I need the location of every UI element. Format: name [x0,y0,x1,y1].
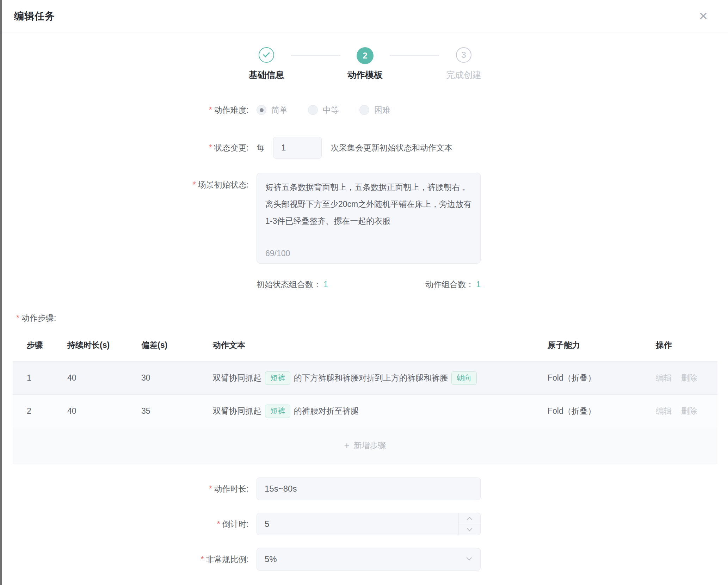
radio-medium-label: 中等 [323,105,339,116]
cell-step: 2 [27,406,67,416]
radio-easy-label: 简单 [271,105,288,116]
initial-combo-value: 1 [323,280,328,289]
countdown-input[interactable]: 5 [257,513,481,535]
state-change-prefix: 每 [257,142,265,153]
action-steps-section-label: * 动作步骤: [16,313,728,324]
initial-state-textarea[interactable]: 短裤五条数据背面朝上，五条数据正面朝上，裤腰朝右，离头部视野下方至少20cm之外… [257,173,481,264]
plus-icon: + [344,440,349,451]
radio-hard-circle [359,105,369,115]
add-step-label: 新增步骤 [354,440,386,451]
action-duration-label: *动作时长: [2,483,249,494]
initial-state-label: *场景初始状态: [2,179,249,190]
delete-button[interactable]: 删除 [681,372,697,383]
chevron-down-icon [467,526,473,531]
step-1-check-icon [259,47,274,63]
add-step-button[interactable]: + 新增步骤 [13,427,717,464]
delete-button[interactable]: 删除 [681,406,697,417]
step-basic-info: 基础信息 [242,47,291,63]
unusual-ratio-value: 5% [265,554,277,564]
radio-easy[interactable]: 简单 [257,105,288,116]
col-duration: 持续时长(s) [67,340,141,351]
chevron-down-icon [467,555,472,561]
state-change-row: *状态变更: 每 1 次采集会更新初始状态和动作文本 [2,137,728,159]
state-change-suffix: 次采集会更新初始状态和动作文本 [331,142,452,153]
cell-action-text: 双臂协同抓起 短裤 的下方裤腿和裤腰对折到上方的裤腿和裤腰 朝向 [213,371,548,385]
unusual-ratio-label: *非常规比例: [2,554,249,565]
countdown-value: 5 [265,519,269,529]
cell-ability: Fold（折叠） [548,372,656,383]
required-asterisk: * [16,313,19,323]
col-offset: 偏差(s) [141,340,213,351]
radio-medium[interactable]: 中等 [308,105,339,116]
step-connector [291,55,340,56]
step-2-number: 2 [357,47,374,64]
wizard-stepper: 基础信息 2 动作模板 3 完成创建 [242,47,488,64]
unusual-ratio-select[interactable]: 5% [257,548,481,571]
cell-offset: 35 [141,406,213,416]
action-duration-input[interactable]: 15s~80s [257,478,481,500]
col-action-text: 动作文本 [213,340,548,351]
cell-action-text: 双臂协同抓起 短裤 的裤腰对折至裤腿 [213,405,548,418]
required-asterisk: * [209,484,212,493]
action-duration-value: 15s~80s [265,484,297,494]
col-operations: 操作 [656,340,717,351]
unusual-ratio-row: *非常规比例: 5% [2,548,728,571]
radio-hard[interactable]: 困难 [359,105,390,116]
required-asterisk: * [193,180,196,189]
edit-button[interactable]: 编辑 [656,372,672,383]
required-asterisk: * [217,519,220,529]
action-steps-table: 步骤 持续时长(s) 偏差(s) 动作文本 原子能力 操作 1 40 30 双臂… [13,335,717,464]
action-combo-count: 动作组合数：1 [425,279,481,290]
cell-operations: 编辑 删除 [656,406,717,417]
state-change-control: 每 1 次采集会更新初始状态和动作文本 [257,137,452,159]
edit-button[interactable]: 编辑 [656,406,672,417]
col-atomic-ability: 原子能力 [548,340,656,351]
table-row: 1 40 30 双臂协同抓起 短裤 的下方裤腿和裤腰对折到上方的裤腿和裤腰 朝向… [13,361,717,394]
cell-duration: 40 [67,373,141,383]
modal-backdrop-edge [0,0,2,585]
table-row: 2 40 35 双臂协同抓起 短裤 的裤腰对折至裤腿 Fold（折叠） 编辑 删… [13,394,717,427]
difficulty-row: *动作难度: 简单 中等 困难 [2,102,728,118]
char-counter: 69/100 [265,249,290,258]
state-change-label: *状态变更: [2,142,249,153]
cell-operations: 编辑 删除 [656,372,717,383]
increment-button[interactable] [459,513,480,524]
step-complete-creation: 3 完成创建 [439,47,488,63]
difficulty-label: *动作难度: [2,104,249,116]
number-spinner [458,513,480,535]
step-2-label: 动作模板 [347,69,383,81]
object-tag: 短裤 [265,371,290,385]
step-3-number: 3 [456,47,471,63]
initial-state-combo-count: 初始状态组合数：1 [257,279,328,290]
orientation-tag: 朝向 [451,371,477,385]
combo-counts-row: 初始状态组合数：1 动作组合数：1 [257,279,481,290]
dialog-title: 编辑任务 [14,10,55,23]
step-3-label: 完成创建 [446,69,481,81]
radio-medium-circle [308,105,318,115]
cell-step: 1 [27,373,67,383]
state-change-input[interactable]: 1 [273,137,322,159]
decrement-button[interactable] [459,524,480,535]
cell-duration: 40 [67,406,141,416]
edit-task-dialog: 编辑任务 ✕ 基础信息 2 动作模板 3 完成创建 *动作难度: 简单 [2,0,728,585]
required-asterisk: * [209,105,212,115]
countdown-row: *倒计时: 5 [2,513,728,535]
initial-state-row: *场景初始状态: 短裤五条数据背面朝上，五条数据正面朝上，裤腰朝右，离头部视野下… [2,173,728,264]
step-connector [390,55,439,56]
action-combo-value: 1 [476,280,481,289]
action-duration-row: *动作时长: 15s~80s [2,478,728,500]
step-1-label: 基础信息 [249,69,284,81]
close-icon[interactable]: ✕ [696,8,711,24]
object-tag: 短裤 [265,405,290,418]
radio-hard-label: 困难 [374,105,390,116]
cell-ability: Fold（折叠） [548,406,656,417]
table-header-row: 步骤 持续时长(s) 偏差(s) 动作文本 原子能力 操作 [13,335,717,361]
chevron-up-icon [467,517,473,522]
required-asterisk: * [209,143,212,152]
initial-state-text: 短裤五条数据背面朝上，五条数据正面朝上，裤腰朝右，离头部视野下方至少20cm之外… [265,179,472,229]
required-asterisk: * [201,555,204,564]
difficulty-radio-group: 简单 中等 困难 [257,105,390,116]
countdown-label: *倒计时: [2,518,249,530]
cell-offset: 30 [141,373,213,383]
step-action-template: 2 动作模板 [340,47,390,64]
